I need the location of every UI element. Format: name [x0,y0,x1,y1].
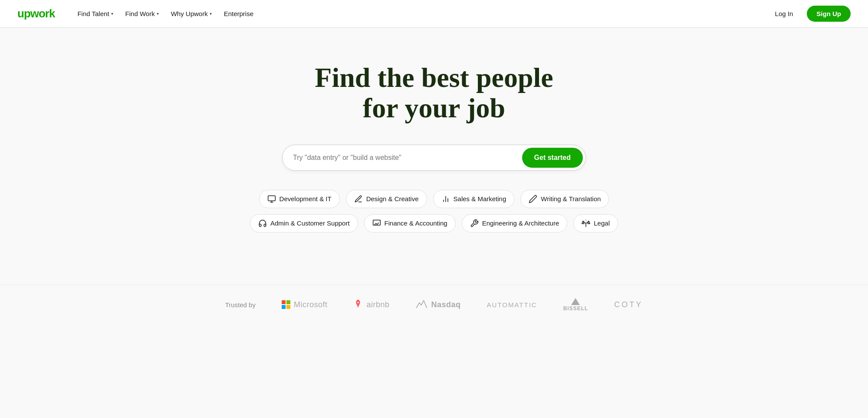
automattic-logo: AUTOMATTIC [487,301,537,309]
category-engineering-architecture[interactable]: Engineering & Architecture [462,214,568,232]
bissell-triangle-icon [571,298,580,305]
scales-icon [582,219,590,228]
chevron-down-icon: ▾ [111,11,113,16]
main-nav: Find Talent ▾ Find Work ▾ Why Upwork ▾ E… [72,7,768,21]
category-finance-accounting[interactable]: Finance & Accounting [364,214,456,232]
microsoft-logo: Microsoft [282,300,328,309]
svg-rect-0 [268,196,275,201]
upwork-logo[interactable]: upwork [17,7,55,20]
hero-title: Find the best people for your job [315,63,553,124]
category-design-creative[interactable]: Design & Creative [346,190,427,208]
nav-find-work[interactable]: Find Work ▾ [120,7,164,21]
nav-enterprise[interactable]: Enterprise [219,7,259,21]
category-pills: Development & IT Design & Creative [250,190,618,232]
trusted-label: Trusted by [225,301,256,309]
monitor-icon [267,195,276,203]
pen-icon [529,195,537,203]
search-input[interactable] [293,154,522,162]
login-button[interactable]: Log In [768,7,800,21]
trusted-logos: Microsoft airbnb Nasdaq AUTO [282,298,643,312]
nav-why-upwork[interactable]: Why Upwork ▾ [166,7,217,21]
nasdaq-logo: Nasdaq [416,300,461,309]
category-legal[interactable]: Legal [573,214,618,232]
airbnb-logo: airbnb [353,299,389,311]
category-sales-marketing[interactable]: Sales & Marketing [433,190,515,208]
chart-icon [441,195,450,203]
category-development-it[interactable]: Development & IT [259,190,340,208]
category-writing-translation[interactable]: Writing & Translation [520,190,609,208]
airbnb-icon [353,299,363,311]
chevron-down-icon: ▾ [210,11,212,16]
trusted-section: Trusted by Microsoft airbnb [0,285,868,325]
tools-icon [470,219,479,228]
microsoft-grid-icon [282,300,290,309]
trending-icon [372,219,381,228]
coty-logo: COTY [614,300,643,309]
category-admin-support[interactable]: Admin & Customer Support [250,214,358,232]
get-started-button[interactable]: Get started [522,148,583,168]
bissell-logo: BISSELL [563,298,589,312]
hero-section: Find the best people for your job Get st… [0,28,868,285]
category-row-2: Admin & Customer Support Finance & Accou… [250,214,618,232]
nasdaq-icon [416,300,428,309]
design-icon [354,195,363,203]
headset-icon [258,219,267,228]
chevron-down-icon: ▾ [157,11,159,16]
signup-button[interactable]: Sign Up [807,6,851,22]
search-bar: Get started [282,145,586,171]
nav-find-talent[interactable]: Find Talent ▾ [72,7,118,21]
logo-text: upwork [17,7,55,20]
category-row-1: Development & IT Design & Creative [259,190,609,208]
header-actions: Log In Sign Up [768,6,851,22]
